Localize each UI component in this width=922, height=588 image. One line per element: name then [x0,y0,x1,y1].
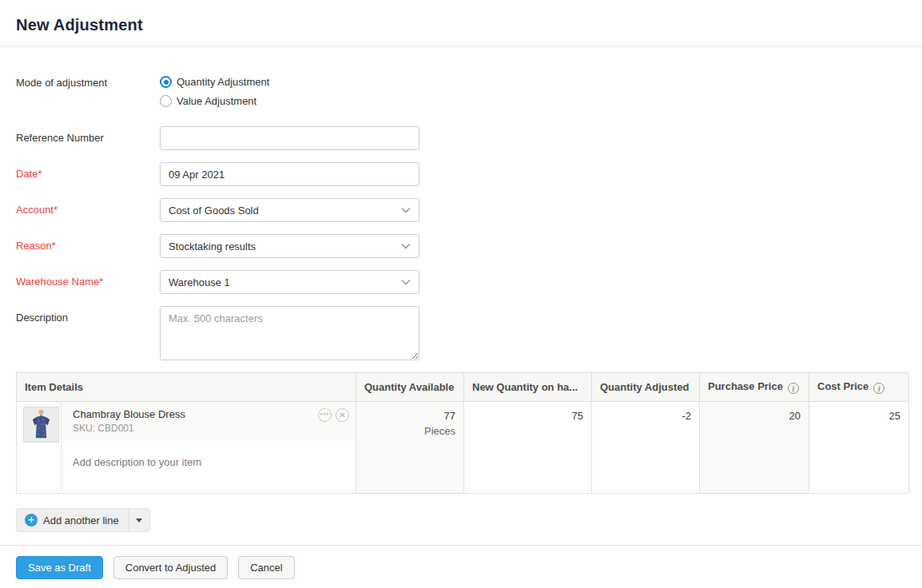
radio-unselected-icon [160,95,172,107]
item-main: Chambray Blouse Dress SKU: CBD001 ••• ✕ … [61,402,356,493]
account-select[interactable]: Cost of Goods Sold [160,198,419,222]
radio-value-adjustment[interactable]: Value Adjustment [160,95,419,107]
convert-to-adjusted-button[interactable]: Convert to Adjusted [113,556,228,579]
warehouse-row: Warehouse Name* Warehouse 1 [16,270,906,294]
item-name: Chambray Blouse Dress [73,408,185,420]
item-image [23,407,59,443]
adjustment-form: Mode of adjustment Quantity Adjustment V… [0,47,922,360]
radio-quantity-adjustment[interactable]: Quantity Adjustment [160,76,419,88]
mode-of-adjustment-row: Mode of adjustment Quantity Adjustment V… [16,76,906,114]
add-another-line-button[interactable]: + Add another line [16,508,150,532]
add-line-wrap: + Add another line [16,508,922,532]
reason-select[interactable]: Stocktaking results [160,234,419,258]
footer-actions: Save as Draft Convert to Adjusted Cancel [0,545,922,588]
description-label: Description [16,306,160,324]
mode-of-adjustment-label: Mode of adjustment [16,76,160,89]
add-line-dropdown-toggle[interactable] [129,509,149,531]
info-icon[interactable]: i [873,383,884,394]
caret-down-icon [136,518,142,522]
plus-icon: + [25,514,38,526]
cancel-button[interactable]: Cancel [238,556,294,579]
chevron-down-icon [401,279,411,285]
reason-row: Reason* Stocktaking results [16,234,906,258]
purchase-price-cell: 20 [700,402,809,494]
row-more-options-icon[interactable]: ••• [318,408,332,422]
reason-selected-value: Stocktaking results [169,240,256,252]
header-new-quantity: New Quantity on ha... [464,373,592,402]
save-as-draft-button[interactable]: Save as Draft [16,556,103,579]
quantity-adjusted-value: -2 [600,410,691,422]
table-header-row: Item Details Quantity Available New Quan… [17,373,909,402]
reference-number-input[interactable] [160,126,419,150]
header-item-details: Item Details [17,373,356,402]
info-icon[interactable]: i [788,383,799,394]
description-textarea[interactable] [160,306,419,360]
cost-price-cell[interactable]: 25 [809,402,909,494]
mode-radio-group: Quantity Adjustment Value Adjustment [160,76,419,114]
item-table: Item Details Quantity Available New Quan… [16,372,909,494]
page-title: New Adjustment [16,16,906,34]
item-name-strip: Chambray Blouse Dress SKU: CBD001 ••• ✕ [62,402,356,440]
radio-quantity-adjustment-label: Quantity Adjustment [177,76,269,88]
item-thumbnail-col [17,402,61,493]
account-selected-value: Cost of Goods Sold [169,205,259,217]
new-quantity-cell[interactable]: 75 [464,402,592,494]
radio-selected-icon [160,76,172,88]
warehouse-select[interactable]: Warehouse 1 [160,270,419,294]
item-description-placeholder[interactable]: Add description to your item [62,440,356,484]
quantity-unit: Pieces [364,425,455,437]
cost-price-value: 25 [817,410,900,422]
quantity-adjusted-cell[interactable]: -2 [592,402,700,494]
page-header: New Adjustment [0,0,922,47]
reason-label: Reason* [16,234,160,252]
reference-number-row: Reference Number [16,126,906,150]
item-details-cell: Chambray Blouse Dress SKU: CBD001 ••• ✕ … [17,402,356,494]
row-remove-icon[interactable]: ✕ [336,408,349,422]
reference-number-label: Reference Number [16,126,160,144]
header-quantity-available: Quantity Available [356,373,464,402]
quantity-available-cell: 77 Pieces [356,402,464,494]
new-quantity-value: 75 [472,410,583,422]
add-another-line-label: Add another line [43,514,119,526]
warehouse-selected-value: Warehouse 1 [169,276,230,288]
quantity-available-value: 77 [364,410,455,422]
warehouse-label: Warehouse Name* [16,270,160,288]
date-label: Date* [16,162,160,180]
description-row: Description [16,306,906,360]
chevron-down-icon [401,243,411,249]
item-sku: SKU: CBD001 [73,423,185,434]
account-row: Account* Cost of Goods Sold [16,198,906,222]
purchase-price-value: 20 [708,410,801,422]
date-input[interactable] [160,162,419,186]
date-row: Date* [16,162,906,186]
account-label: Account* [16,198,160,216]
table-row: Chambray Blouse Dress SKU: CBD001 ••• ✕ … [17,402,909,494]
chevron-down-icon [401,207,411,213]
header-purchase-price: Purchase Pricei [700,373,809,402]
header-quantity-adjusted: Quantity Adjusted [592,373,700,402]
radio-value-adjustment-label: Value Adjustment [177,95,256,107]
header-cost-price: Cost Pricei [809,373,909,402]
